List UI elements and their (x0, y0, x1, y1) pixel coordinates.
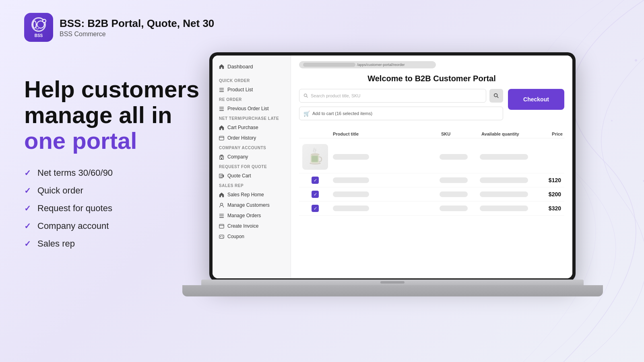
sidebar-item-quote-cart[interactable]: Quote Cart (213, 171, 291, 181)
cart-purchase-label: Cart Purchase (227, 125, 258, 130)
laptop-base-bottom (182, 285, 603, 296)
sku-skeleton-2 (440, 177, 468, 183)
url-bar: /apps/customer-portal/reorder (299, 61, 436, 68)
sidebar-item-dashboard[interactable]: Dashboard (213, 60, 291, 73)
heading-line2: manage all in (24, 102, 172, 128)
svg-point-28 (220, 236, 221, 237)
welcome-title: Welcome to B2B Customer Portal (299, 74, 564, 83)
quote-cart-label: Quote Cart (227, 173, 251, 179)
sku-skeleton-3 (440, 191, 468, 197)
home-icon-cart (219, 125, 224, 130)
search-icon-small (303, 93, 308, 98)
quantity-cell-2 (480, 177, 536, 183)
sku-skeleton-4 (440, 206, 468, 211)
quantity-cell-1 (480, 154, 536, 160)
product-title-cell-4 (331, 206, 440, 211)
product-title-cell-3 (331, 191, 440, 197)
product-image-cell-2: ✓ (299, 177, 331, 184)
svg-rect-15 (220, 154, 223, 155)
table-row: ✓ $200 (299, 187, 564, 202)
sidebar-item-manage-orders[interactable]: Manage Orders (213, 210, 291, 221)
header-cell-title: Product title (331, 132, 440, 136)
product-image-cell-1 (299, 144, 331, 170)
checkout-label: Checkout (523, 96, 549, 103)
sidebar-item-sales-rep-home[interactable]: Sales Rep Home (213, 189, 291, 200)
quantity-skeleton-2 (480, 177, 528, 183)
checkbox-3[interactable]: ✓ (312, 191, 319, 198)
sku-cell-3 (440, 191, 480, 197)
add-cart-label: Add to cart (16 selected items) (312, 111, 372, 116)
product-image-cell-4: ✓ (299, 205, 331, 212)
svg-point-1 (611, 120, 613, 121)
title-skeleton-2 (333, 177, 369, 183)
svg-rect-12 (220, 156, 221, 157)
svg-point-30 (304, 94, 307, 97)
sidebar-item-product-list[interactable]: Product List (213, 84, 291, 95)
screen-icon-create-invoice (219, 224, 224, 229)
product-list-label: Product List (227, 87, 253, 93)
svg-rect-13 (222, 156, 223, 157)
laptop-base-top (201, 280, 584, 285)
quantity-cell-4 (480, 206, 536, 211)
app-header: BSS BSS: B2B Portal, Quote, Net 30 BSS C… (24, 13, 214, 42)
logo: BSS (24, 13, 53, 42)
price-cell-4: $320 (536, 205, 564, 212)
cart-icon: 🛒 (303, 111, 310, 117)
product-image-1 (302, 144, 328, 170)
check-icon-4: ✓ (24, 221, 31, 231)
checkout-button[interactable]: Checkout (508, 89, 564, 110)
person-icon-customers (219, 203, 224, 208)
sidebar-item-manage-customers[interactable]: Manage Customers (213, 200, 291, 210)
svg-rect-10 (219, 137, 224, 138)
heading-purple: one portal (24, 128, 137, 154)
svg-line-29 (222, 236, 223, 238)
app-subtitle: BSS Commerce (60, 31, 214, 38)
quantity-skeleton-4 (480, 206, 528, 211)
svg-line-33 (497, 97, 499, 98)
title-skeleton-1 (333, 154, 369, 160)
sidebar-item-coupon[interactable]: Coupon (213, 231, 291, 242)
search-button[interactable] (489, 89, 503, 103)
manage-customers-label: Manage Customers (227, 202, 270, 208)
add-to-cart-button[interactable]: 🛒 Add to cart (16 selected items) (299, 107, 503, 120)
sidebar-item-cart-purchase[interactable]: Cart Purchase (213, 122, 291, 133)
svg-line-31 (307, 97, 308, 98)
feature-label-5: Sales rep (37, 239, 75, 249)
quantity-cell-3 (480, 191, 536, 197)
heading-line1: Help customers (24, 76, 199, 102)
list-icon-manage-orders (219, 213, 224, 218)
list-icon-product (219, 87, 224, 93)
product-title-cell-2 (331, 177, 440, 183)
screen-icon-order-history (219, 136, 224, 141)
url-bar-filled (303, 63, 355, 67)
check-icon-5: ✓ (24, 239, 31, 249)
sidebar-item-company[interactable]: Company (213, 152, 291, 162)
section-label-quick-order: QUICK ORDER (213, 76, 291, 84)
sidebar-item-create-invoice[interactable]: Create Invoice (213, 221, 291, 231)
tag-icon-coupon (219, 234, 224, 239)
svg-rect-3 (219, 88, 224, 88)
search-add-left: Search product title, SKU 🛒 (299, 89, 503, 125)
list-icon-prev-order (219, 106, 224, 111)
checkbox-2[interactable]: ✓ (312, 177, 319, 184)
header-cell-price: Price (536, 132, 564, 136)
checkbox-4[interactable]: ✓ (312, 205, 319, 212)
svg-rect-25 (219, 224, 224, 228)
sku-skeleton-1 (440, 154, 468, 160)
svg-rect-23 (219, 215, 224, 216)
check-icon-3: ✓ (24, 204, 31, 213)
table-row (299, 141, 564, 173)
sidebar-item-previous-order[interactable]: Previous Order List (213, 103, 291, 114)
section-label-rfq: REQUEST FOR QUOTE (213, 162, 291, 171)
price-cell-3: $200 (536, 191, 564, 197)
svg-rect-7 (219, 108, 224, 109)
tag-icon-quote (219, 173, 224, 179)
building-icon-company (219, 154, 224, 160)
laptop-base (201, 280, 584, 302)
create-invoice-label: Create Invoice (227, 223, 258, 229)
table-header: Product title SKU Available quantity Pri… (299, 130, 564, 138)
svg-point-0 (635, 59, 637, 62)
search-input-wrap[interactable]: Search product title, SKU (299, 89, 486, 103)
search-row: Search product title, SKU (299, 89, 503, 103)
sidebar-item-order-history[interactable]: Order History (213, 133, 291, 143)
